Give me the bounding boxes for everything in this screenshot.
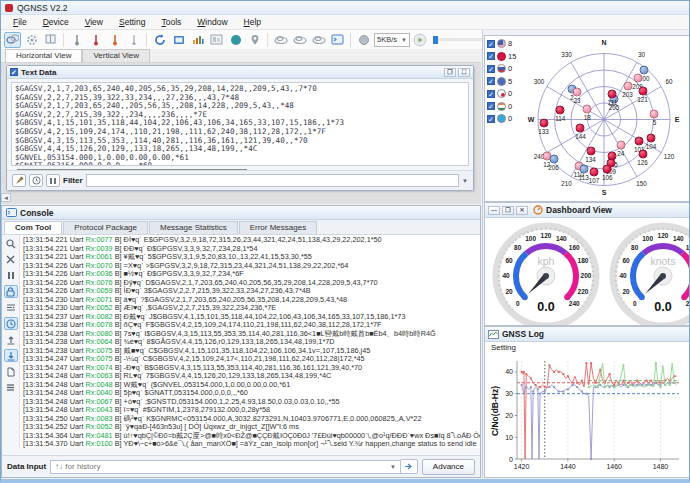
menu-window[interactable]: Window [189, 16, 235, 28]
console-tab-3[interactable]: Error Messages [239, 221, 317, 234]
satellite-dot-5: 5 [650, 109, 659, 118]
download-icon[interactable] [4, 349, 18, 362]
restore-icon[interactable]: ❐ [444, 68, 456, 77]
timestamp-clock-icon[interactable] [29, 174, 43, 187]
probe-gray-icon[interactable] [68, 32, 85, 48]
data-input-label: Data Input [7, 462, 46, 471]
connect-icon[interactable] [4, 32, 21, 48]
terminal-icon[interactable] [329, 32, 346, 48]
rate-combo[interactable]: 5KB/s▼ [374, 33, 410, 47]
legend-checkbox[interactable]: ✓ [487, 52, 495, 60]
mdi-area: ✓ Text Data ❐ ⛶ $GAGSV,2,1,7,203,65,240,… [1, 63, 481, 204]
dashboard-icon[interactable] [227, 32, 244, 48]
cloud-1-icon[interactable] [272, 32, 289, 48]
console-tab-1[interactable]: Protocol Package [63, 221, 148, 234]
satellite-dot-144: 144 [576, 124, 585, 133]
svg-text:80: 80 [514, 244, 522, 251]
legend-eu: ✓5 [487, 77, 521, 86]
legend-checkbox[interactable]: ✓ [487, 115, 495, 123]
restore-icon[interactable]: ❐ [502, 206, 514, 215]
console-log[interactable]: [13:31:54.221 Uart Rx:0077 B] ÐÏ♥q` E$GP… [20, 235, 480, 448]
search-icon[interactable] [4, 237, 18, 250]
legend-count: 0 [508, 89, 512, 98]
pause-icon[interactable] [4, 269, 18, 282]
history-chevron-icon[interactable]: ▼ [390, 464, 396, 470]
window-title: QGNSS V2.2 [17, 3, 68, 13]
upload-icon[interactable] [4, 333, 18, 346]
clear-icon[interactable] [4, 253, 18, 266]
data-input-field[interactable] [50, 460, 402, 474]
eu-flag-icon [497, 77, 506, 86]
menu-file[interactable]: File [5, 16, 35, 28]
console-tab-2[interactable]: Message Statistics [149, 221, 238, 234]
clock-icon[interactable] [4, 317, 18, 330]
menu-help[interactable]: Help [236, 16, 269, 28]
list-icon[interactable] [4, 381, 18, 394]
wrap-lines-icon[interactable] [4, 301, 18, 314]
satellite-dot-203: 203 [623, 81, 632, 90]
svg-text:330: 330 [561, 51, 572, 58]
device-info-icon[interactable] [42, 32, 59, 48]
map-view-icon[interactable] [208, 32, 225, 48]
cn-flag-icon [497, 52, 506, 61]
lock-icon[interactable] [4, 285, 18, 298]
mdi-hscrollbar[interactable]: ◄ [1, 193, 471, 202]
legend-us: ✓8 [487, 39, 521, 48]
probe-orange-icon[interactable] [106, 32, 123, 48]
dashboard-titlebar[interactable]: — ❐ ✕ Dashboard View [485, 203, 690, 218]
menu-view[interactable]: View [77, 16, 111, 28]
satellite-dot-24: 24 [616, 140, 625, 149]
probe-slim-icon[interactable] [125, 32, 142, 48]
refresh-icon[interactable] [151, 32, 168, 48]
view-tab-1[interactable]: Vertical View [82, 49, 150, 62]
record-icon[interactable] [355, 32, 372, 48]
console-tab-0[interactable]: Com Tool [4, 221, 62, 234]
text-data-titlebar[interactable]: ✓ Text Data ❐ ⛶ [7, 66, 473, 79]
satellite-dot-206: 206 [549, 155, 558, 164]
satellite-dot-200: 200 [640, 65, 649, 74]
satellite-dot-133: 133 [539, 119, 548, 128]
menu-setting[interactable]: Setting [111, 16, 153, 28]
cloud-2-icon[interactable] [291, 32, 308, 48]
legend-checkbox[interactable]: ✓ [487, 90, 495, 98]
satellite-legend: ✓8✓15✓0✓5✓0✓0✓0 [487, 39, 521, 123]
text-data-title: Text Data [21, 68, 56, 77]
legend-checkbox[interactable]: ✓ [487, 77, 495, 85]
filter-label: Filter [63, 176, 83, 185]
svg-text:1440: 1440 [560, 463, 576, 470]
signal-bars-icon[interactable] [189, 32, 206, 48]
setting-menu[interactable]: Setting [485, 342, 690, 354]
in-flag-icon [497, 102, 506, 111]
view-tab-0[interactable]: Horizontal View [5, 49, 82, 62]
pause-icon[interactable] [46, 174, 60, 187]
filter-chevron-icon[interactable]: ▼ [462, 178, 468, 184]
scroll-left-icon[interactable]: ◄ [1, 193, 11, 202]
console-titlebar[interactable]: Console [2, 206, 480, 220]
clear-broom-icon[interactable] [12, 174, 26, 187]
maximize-icon[interactable]: ⛶ [458, 68, 470, 77]
send-button[interactable] [400, 459, 418, 474]
location-icon[interactable] [246, 32, 263, 48]
legend-checkbox[interactable]: ✓ [487, 65, 495, 73]
svg-text:E: E [675, 116, 680, 123]
svg-text:1480: 1480 [653, 463, 669, 470]
new-file-icon[interactable] [4, 365, 18, 378]
text-data-checkbox[interactable]: ✓ [10, 68, 18, 76]
legend-checkbox[interactable]: ✓ [487, 102, 495, 110]
settings-gear-icon[interactable] [23, 32, 40, 48]
menu-device[interactable]: Device [35, 16, 77, 28]
nmea-text-area[interactable]: $GAGSV,2,1,7,203,65,240,40,205,56,35,29,… [11, 82, 469, 166]
text-view-icon[interactable] [170, 32, 187, 48]
gnss-log-titlebar[interactable]: GNSS Log [485, 327, 690, 342]
advance-button[interactable]: Advance [422, 459, 475, 475]
probe-red-icon[interactable] [87, 32, 104, 48]
filter-input[interactable] [86, 174, 459, 187]
cloud-3-icon[interactable] [310, 32, 327, 48]
minimize-icon[interactable]: — [488, 206, 500, 215]
svg-text:S: S [602, 189, 607, 196]
menu-tools[interactable]: Tools [153, 16, 189, 28]
us-flag-icon [497, 39, 506, 48]
legend-checkbox[interactable]: ✓ [487, 40, 495, 48]
close-icon[interactable]: ✕ [516, 206, 528, 215]
play-button[interactable] [412, 32, 429, 48]
